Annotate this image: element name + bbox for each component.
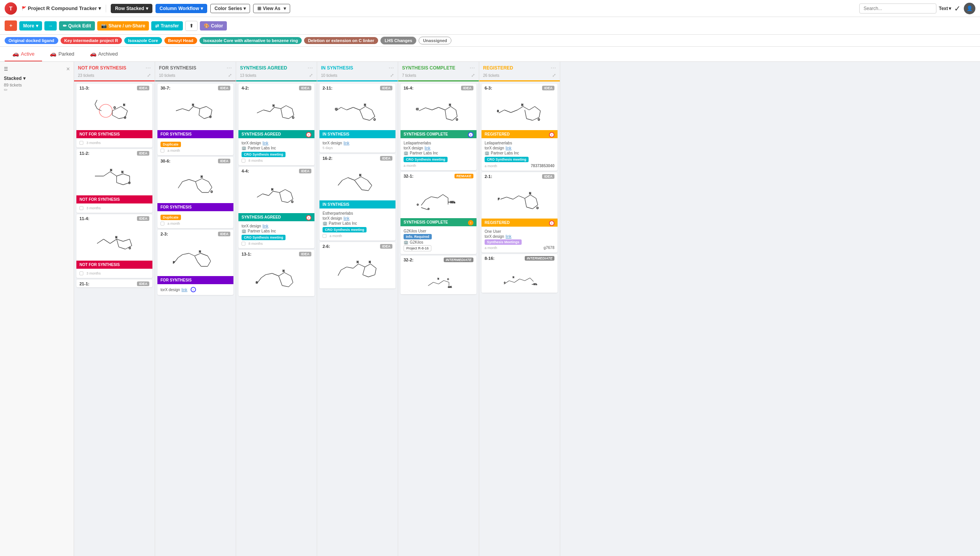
add-button[interactable]: ＋ — [5, 20, 17, 31]
card-checkbox[interactable] — [79, 141, 83, 145]
expand-icon[interactable]: ⤢ — [309, 73, 313, 78]
card-header: 16-2: IDEA — [319, 154, 395, 162]
tag-benzyl-head[interactable]: Benzyl Head — [164, 37, 197, 44]
card-info: One User torX design link Synthesis Meet… — [482, 227, 558, 253]
card-checkbox[interactable] — [161, 222, 164, 225]
card-checkbox[interactable] — [323, 234, 326, 238]
svg-line-177 — [498, 110, 504, 113]
tag-unassigned[interactable]: Unassigned — [419, 37, 451, 44]
edit-icon[interactable]: ✏ — [4, 87, 8, 93]
more-icon[interactable]: ⋯ — [145, 65, 151, 71]
tag-isoxazole-core[interactable]: Isoxazole Core — [124, 37, 162, 44]
close-sidebar-button[interactable]: × — [66, 66, 70, 73]
svg-line-89 — [279, 190, 285, 193]
expand-icon[interactable]: ⤢ — [228, 73, 232, 78]
share-button[interactable]: 📷 Share / un-Share — [97, 21, 149, 31]
card-checkbox[interactable] — [161, 149, 164, 153]
color-icon: 🎨 — [204, 23, 210, 29]
svg-line-25 — [97, 239, 103, 243]
tag-isoxazole-alt[interactable]: Isoxazole Core with alternative to benze… — [199, 37, 302, 44]
svg-line-100 — [272, 273, 279, 276]
more-icon[interactable]: ⋯ — [551, 65, 556, 71]
design-link[interactable]: link — [344, 141, 350, 145]
col-header-synthesis-agreed: SYNTHESIS AGREED ⋯ — [236, 62, 317, 73]
molecule-svg: N O — [242, 93, 311, 128]
design-link[interactable]: link — [263, 224, 269, 228]
stacked-button[interactable]: Stacked ▾ — [4, 76, 70, 81]
card-id: 4-4: — [242, 169, 249, 173]
design-link[interactable]: link — [344, 216, 350, 220]
svg-line-27 — [110, 239, 117, 243]
design-link[interactable]: link — [506, 234, 512, 239]
status-bar: SYNTHESIS COMPLETE i — [400, 130, 476, 138]
svg-line-127 — [367, 180, 372, 186]
svg-line-66 — [208, 256, 211, 261]
tag-lhs[interactable]: LHS Changes — [380, 37, 417, 44]
card-checkbox[interactable] — [242, 242, 245, 246]
card-badge: REMAKE — [455, 174, 473, 178]
row-pill[interactable]: Row Stacked ▾ — [111, 4, 152, 13]
tag-deletion[interactable]: Deletion or extension on C linker — [304, 37, 378, 44]
expand-icon[interactable]: ⤢ — [552, 73, 556, 78]
card-checkbox[interactable] — [242, 159, 245, 163]
chevron-down-icon: ▾ — [23, 76, 25, 81]
card-checkbox[interactable] — [79, 206, 83, 210]
design-link[interactable]: link — [506, 146, 512, 150]
more-icon[interactable]: ⋯ — [226, 65, 232, 71]
search-input[interactable] — [859, 3, 936, 14]
tab-archived[interactable]: 🚗 Archived — [82, 47, 126, 61]
viewas-pill[interactable]: ⊞ View As ▾ — [253, 4, 290, 13]
info-required-tag: Info. Required — [404, 234, 432, 239]
color-button[interactable]: 🎨 Color — [200, 21, 227, 31]
color-pill[interactable]: Color Series ▾ — [210, 4, 250, 13]
design-link[interactable]: link — [263, 141, 269, 145]
expand-icon[interactable]: ⤢ — [147, 73, 151, 78]
expand-icon[interactable]: ⤢ — [471, 73, 475, 78]
svg-text:O: O — [291, 200, 293, 203]
design-link[interactable]: link — [182, 288, 188, 292]
col-meta: 13 tickets ⤢ — [236, 73, 317, 80]
molecule-area: Cl N O — [319, 92, 395, 130]
tag-key-intermediate[interactable]: Key intermediate project R — [61, 37, 122, 44]
svg-line-8 — [95, 104, 97, 108]
arrow-button[interactable]: → — [44, 21, 57, 31]
card-row: 🏢 Partner Labs Inc — [404, 151, 473, 155]
tag-original[interactable]: Original docked ligand — [5, 37, 58, 44]
cro-tag: CRO Synthesis meeting — [242, 152, 286, 157]
col-title: SYNTHESIS AGREED — [240, 65, 287, 71]
card-id: 21-1: — [79, 281, 90, 286]
svg-line-73 — [257, 110, 264, 113]
transfer-button[interactable]: ⇄ Transfer — [151, 21, 182, 31]
card-2-6: 2-6: IDEA — [319, 242, 395, 288]
avatar[interactable]: 👤 — [964, 3, 975, 14]
text-button[interactable]: Text ▾ — [939, 6, 951, 11]
more-icon[interactable]: ⋯ — [470, 65, 475, 71]
svg-text:O: O — [417, 203, 419, 206]
chevron-down-icon[interactable]: ▾ — [98, 5, 101, 11]
col-meta: 26 tickets ⤢ — [479, 73, 560, 80]
svg-line-179 — [504, 110, 511, 113]
card-32-1: 32-1: REMAKE ···NH₂ — [400, 172, 476, 254]
molecule-svg: N O — [80, 224, 149, 259]
card-header: 21-1: IDEA — [76, 280, 152, 287]
col-divider — [479, 80, 560, 81]
tab-active[interactable]: 🚗 Active — [5, 47, 42, 61]
card-checkbox[interactable] — [79, 271, 83, 275]
col-meta: 10 tickets ⤢ — [155, 73, 236, 80]
expand-icon[interactable]: ⤢ — [390, 73, 394, 78]
quick-edit-button[interactable]: ✏ Quick Edit — [59, 21, 95, 31]
more-button[interactable]: More ▾ — [19, 21, 42, 31]
partner-icon: 🏢 — [404, 240, 408, 244]
tab-parked[interactable]: 🚗 Parked — [42, 47, 82, 61]
column-pill[interactable]: Column Workflow ▾ — [155, 4, 207, 13]
svg-line-50 — [189, 180, 196, 182]
more-icon[interactable]: ⋯ — [308, 65, 313, 71]
svg-line-136 — [353, 264, 358, 268]
card-time: 5 days — [323, 146, 333, 150]
filter-button[interactable]: ☰ — [4, 66, 8, 72]
card-row: torX design link — [404, 146, 473, 150]
design-link[interactable]: link — [425, 146, 431, 150]
svg-line-116 — [372, 110, 375, 117]
more-icon[interactable]: ⋯ — [389, 65, 394, 71]
share-icon-button[interactable]: ⬆ — [185, 21, 198, 31]
